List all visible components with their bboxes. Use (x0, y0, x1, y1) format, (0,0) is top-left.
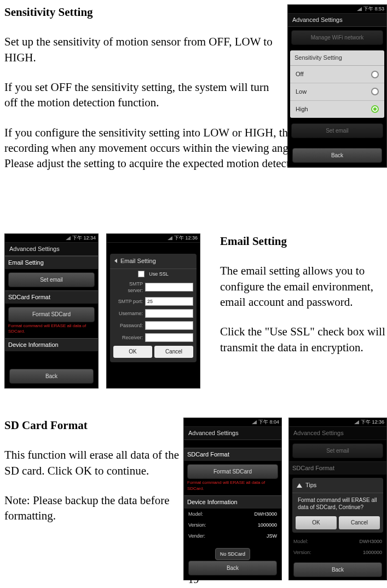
warning-icon (297, 483, 302, 488)
row-version: Version:1000000 (184, 520, 281, 530)
screen-title: Advanced Settings (184, 427, 281, 440)
tips-ok-button[interactable]: OK (296, 516, 337, 529)
format-sdcard-button[interactable]: Format SDCard (8, 307, 95, 322)
dialog-header: Email Setting (110, 254, 197, 269)
option-off[interactable]: Off (290, 66, 384, 83)
password-label: Password: (113, 322, 143, 329)
screenshot-sensitivity: 下午 8:53 Advanced Settings Manage WiFi ne… (287, 4, 387, 168)
status-time: 下午 12:36 (174, 235, 198, 241)
back-button[interactable]: Back (9, 369, 94, 384)
option-high[interactable]: High (290, 101, 384, 118)
status-time: 下午 8:04 (258, 419, 279, 425)
sdcard-format-note: Note: Please backup the data before form… (4, 493, 180, 524)
row-model-dim: Model:DWH3000 (289, 536, 386, 547)
back-button[interactable]: Back (292, 148, 382, 163)
receiver-input[interactable] (145, 333, 193, 342)
screenshot-format-confirm: 下午 12:36 Advanced Settings Set email SDC… (288, 418, 387, 580)
sensitivity-heading: Sensitivity Setting (4, 4, 278, 20)
ok-button[interactable]: OK (113, 346, 152, 358)
section-device-info: Device Information (5, 338, 98, 351)
tips-title: Tips (305, 481, 316, 489)
dialog-title: Sensitivity Setting (290, 50, 384, 66)
status-time: 下午 8:53 (363, 5, 384, 12)
signal-icon (252, 420, 257, 424)
smtp-port-label: SMTP port: (113, 298, 143, 305)
section-sdcard-dim: SDCard Format (289, 461, 386, 475)
status-bar: 下午 12:34 (5, 234, 98, 243)
screen-title-dim: Advanced Settings (289, 427, 386, 440)
page-number: 19 (0, 572, 387, 587)
section-email: Email Setting (5, 256, 98, 269)
signal-icon (66, 236, 71, 240)
screenshot-email-form: 下午 12:36 Email Setting Use SSL SMTP serv… (106, 233, 200, 389)
cancel-button[interactable]: Cancel (154, 346, 193, 358)
status-bar: 下午 8:04 (184, 418, 281, 427)
tips-dialog: Tips Format command will ERASE all data … (292, 478, 383, 532)
manage-wifi-button[interactable]: Manage WiFi network (291, 30, 383, 45)
set-email-button[interactable]: Set email (8, 272, 95, 288)
option-high-label: High (296, 105, 308, 113)
no-sdcard-toast: No SDCard (215, 548, 250, 560)
status-bar: 下午 8:53 (288, 5, 386, 14)
signal-icon (167, 236, 172, 240)
row-vender: Vender:JSW (184, 530, 281, 541)
format-warning: Format command will ERASE all data of SD… (184, 479, 281, 495)
screenshot-sdcard-info: 下午 8:04 Advanced Settings SDCard Format … (183, 418, 282, 580)
sensitivity-dialog: Sensitivity Setting Off Low High (290, 50, 384, 117)
screenshot-adv-settings: 下午 12:34 Advanced Settings Email Setting… (4, 233, 99, 389)
option-off-label: Off (296, 70, 303, 78)
screen-title: Advanced Settings (288, 14, 386, 27)
row-version-dim: Version:1000000 (289, 547, 386, 558)
signal-icon (354, 420, 359, 424)
smtp-port-input[interactable]: 25 (145, 297, 193, 306)
email-setting-heading: Email Setting (220, 233, 387, 249)
receiver-label: Receiver: (113, 334, 143, 341)
signal-icon (357, 7, 362, 11)
username-label: Username: (113, 310, 143, 317)
smtp-server-input[interactable] (145, 283, 193, 292)
set-email-button-dim[interactable]: Set email (292, 443, 383, 459)
status-bar: 下午 12:36 (107, 234, 200, 243)
radio-high[interactable] (371, 105, 379, 113)
radio-low[interactable] (371, 88, 379, 95)
status-time: 下午 12:34 (72, 235, 96, 241)
status-time: 下午 12:36 (361, 419, 384, 425)
email-setting-dialog: Email Setting Use SSL SMTP server: SMTP … (110, 254, 197, 362)
section-sdcard: SDCard Format (184, 448, 281, 461)
row-model: Model:DWH3000 (184, 509, 281, 520)
password-input[interactable] (145, 321, 193, 330)
dialog-title: Email Setting (120, 257, 156, 265)
back-chevron-icon[interactable] (114, 259, 117, 263)
format-sdcard-button[interactable]: Format SDCard (187, 464, 278, 479)
use-ssl-label: Use SSL (149, 271, 169, 277)
username-input[interactable] (145, 309, 193, 318)
option-low[interactable]: Low (290, 83, 384, 101)
sensitivity-off-desc: If you set OFF the sensitivity setting, … (4, 79, 278, 111)
status-bar: 下午 12:36 (289, 418, 386, 427)
section-device-info: Device Information (184, 495, 281, 509)
sdcard-format-heading: SD Card Format (4, 418, 180, 433)
smtp-server-label: SMTP server: (113, 281, 143, 294)
tips-cancel-button[interactable]: Cancel (339, 516, 380, 529)
use-ssl-checkbox[interactable] (138, 271, 145, 277)
screen-title: Advanced Settings (5, 243, 98, 256)
section-sdcard: SDCard Format (5, 290, 98, 304)
set-email-button-dim[interactable]: Set email (291, 123, 383, 139)
tips-body: Format command will ERASE all data of SD… (292, 493, 383, 516)
sensitivity-intro: Set up the sensitivity of motion sensor … (4, 34, 278, 65)
sdcard-format-desc: This function will erase all data of the… (4, 447, 180, 478)
email-ssl-desc: Click the "Use SSL" check box will trans… (220, 324, 387, 355)
option-low-label: Low (296, 88, 307, 96)
format-warning: Format command will ERASE all data of SD… (5, 322, 98, 339)
radio-off[interactable] (371, 71, 379, 78)
email-setting-desc: The email setting allows you to configur… (220, 263, 387, 310)
